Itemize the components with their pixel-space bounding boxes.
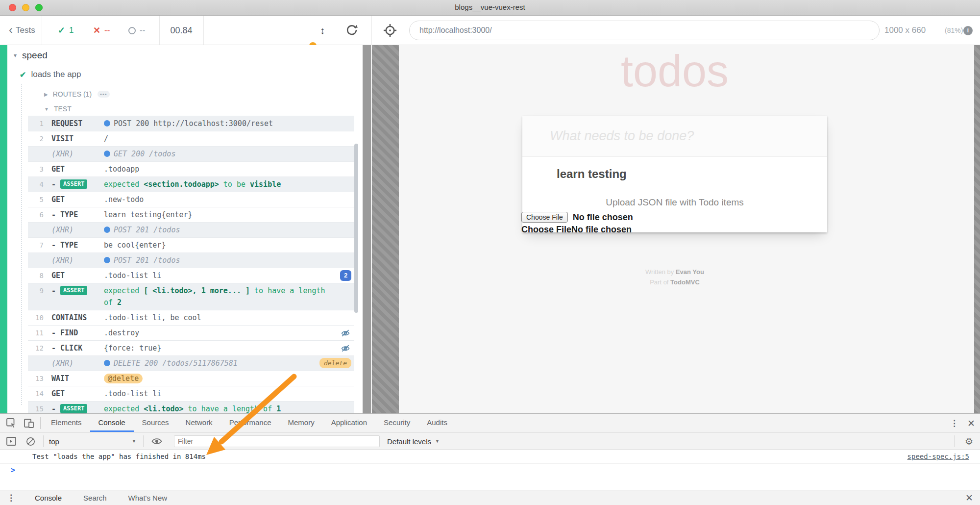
default-levels-select[interactable]: Default levels ▼ bbox=[387, 432, 440, 450]
choose-file-button[interactable]: Choose File bbox=[521, 212, 568, 223]
drawer-tab-what-s-new[interactable]: What's New bbox=[118, 494, 178, 502]
test-passed-check-icon: ✔ bbox=[20, 70, 26, 79]
tests-back-button[interactable]: ‹ Tests bbox=[9, 16, 35, 45]
command-row[interactable]: 12- CLICK{force: true} bbox=[28, 340, 354, 355]
info-icon[interactable]: i bbox=[963, 26, 973, 35]
command-message: .todo-list li bbox=[104, 270, 354, 281]
command-name: GET bbox=[51, 270, 104, 281]
clear-console-button[interactable] bbox=[25, 432, 36, 450]
devtools-tab-elements[interactable]: Elements bbox=[43, 414, 90, 432]
command-row[interactable]: (XHR)GET 200 /todos bbox=[28, 146, 354, 161]
reporter-scrollbar[interactable] bbox=[354, 144, 358, 313]
url-bar bbox=[409, 21, 880, 40]
devtools-tab-security[interactable]: Security bbox=[375, 414, 418, 432]
command-number: 9 bbox=[28, 285, 44, 297]
test-body-section[interactable]: ▼ TEST bbox=[44, 105, 72, 113]
command-message: expected <li.todo> to have a length of 1 bbox=[104, 403, 354, 413]
url-input[interactable] bbox=[410, 21, 879, 40]
console-filter-input[interactable] bbox=[174, 435, 380, 447]
command-row[interactable]: 6- TYPElearn testing{enter} bbox=[28, 207, 354, 222]
suite-header[interactable]: ▾ speed bbox=[14, 50, 48, 61]
aut-gutter bbox=[363, 45, 371, 413]
command-row[interactable]: 8GET.todo-list li2 bbox=[28, 268, 354, 283]
context-select[interactable]: top ▼ bbox=[49, 432, 136, 450]
settings-gear-icon[interactable]: ⚙ bbox=[965, 432, 973, 450]
refresh-button[interactable] bbox=[345, 16, 359, 45]
passed-count: 1 bbox=[69, 25, 74, 35]
devtools-tab-performance[interactable]: Performance bbox=[221, 414, 280, 432]
selector-playground-button[interactable] bbox=[382, 16, 398, 45]
drawer-tab-search[interactable]: Search bbox=[73, 494, 118, 502]
refresh-icon bbox=[345, 24, 359, 37]
macos-titlebar: blogs__vue-vuex-rest bbox=[0, 0, 980, 16]
command-name: GET bbox=[51, 388, 104, 400]
command-number: 4 bbox=[28, 178, 44, 190]
devtools-tab-network[interactable]: Network bbox=[177, 414, 221, 432]
command-row[interactable]: 4- ASSERTexpected <section.todoapp> to b… bbox=[28, 177, 354, 192]
devtools-close-icon[interactable]: ✕ bbox=[967, 418, 975, 429]
drawer-close-icon[interactable]: ✕ bbox=[965, 492, 973, 504]
devtools-tab-console[interactable]: Console bbox=[90, 414, 134, 432]
command-row[interactable]: (XHR)POST 201 /todos bbox=[28, 252, 354, 268]
xhr-status-dot-icon bbox=[104, 151, 110, 157]
command-row[interactable]: (XHR)DELETE 200 /todos/5117867581delete bbox=[28, 355, 354, 371]
command-row[interactable]: (XHR)POST 201 /todos bbox=[28, 222, 354, 237]
command-row[interactable]: 10CONTAINS.todo-list li, be cool bbox=[28, 310, 354, 325]
window-title: blogs__vue-vuex-rest bbox=[0, 0, 980, 16]
console-source-link[interactable]: speed-spec.js:5 bbox=[907, 453, 969, 460]
command-message: POST 200 http://localhost:3000/reset bbox=[104, 118, 354, 129]
command-message: DELETE 200 /todos/5117867581 bbox=[104, 357, 354, 369]
command-name: WAIT bbox=[51, 373, 104, 384]
devtools-menu-icon[interactable]: ⋮ bbox=[950, 418, 958, 429]
toolbar-separator bbox=[371, 16, 372, 45]
live-expression-button[interactable] bbox=[151, 432, 163, 450]
assert-badge: ASSERT bbox=[60, 286, 87, 295]
aut-gutter-line bbox=[371, 45, 372, 413]
devtools-tab-audits[interactable]: Audits bbox=[418, 414, 456, 432]
device-toolbar-icon[interactable] bbox=[24, 418, 34, 429]
devtools-tab-application[interactable]: Application bbox=[323, 414, 375, 432]
toolbar-separator bbox=[954, 435, 955, 447]
command-name: - FIND bbox=[51, 327, 104, 339]
command-row[interactable]: 13WAIT@delete bbox=[28, 371, 354, 386]
command-message: POST 201 /todos bbox=[104, 224, 354, 236]
devtools-tab-memory[interactable]: Memory bbox=[280, 414, 323, 432]
command-row[interactable]: 14GET.todo-list li bbox=[28, 386, 354, 401]
command-number: 7 bbox=[28, 239, 44, 251]
command-row[interactable]: 7- TYPEbe cool{enter} bbox=[28, 237, 354, 252]
command-row[interactable]: 15- ASSERTexpected <li.todo> to have a l… bbox=[28, 401, 354, 413]
routes-options-dots-icon[interactable]: ••• bbox=[98, 91, 110, 98]
devtools-tab-sources[interactable]: Sources bbox=[134, 414, 177, 432]
command-row[interactable]: 5GET.new-todo bbox=[28, 192, 354, 207]
test-header[interactable]: ✔ loads the app bbox=[20, 70, 81, 79]
routes-section[interactable]: ▶ ROUTES (1) ••• bbox=[44, 90, 110, 98]
todo-item[interactable]: learn testing bbox=[522, 157, 827, 191]
assert-badge: ASSERT bbox=[60, 404, 87, 413]
command-message: expected [ <li.todo>, 1 more... ] to hav… bbox=[104, 285, 354, 308]
inspect-element-icon[interactable] bbox=[6, 418, 17, 429]
footer-author-link[interactable]: Evan You bbox=[676, 268, 704, 276]
console-message-row: Test "loads the app" has finished in 814… bbox=[0, 450, 980, 464]
command-number: 8 bbox=[28, 270, 44, 281]
command-row[interactable]: 1REQUESTPOST 200 http://localhost:3000/r… bbox=[28, 116, 354, 131]
footer-todomvc-link[interactable]: TodoMVC bbox=[670, 278, 700, 286]
console-sidebar-button[interactable] bbox=[6, 432, 17, 450]
drawer-menu-icon[interactable]: ⋮ bbox=[7, 493, 15, 503]
command-row[interactable]: 11- FIND.destroy bbox=[28, 325, 354, 340]
command-row[interactable]: 3GET.todoapp bbox=[28, 161, 354, 177]
new-todo-input[interactable]: What needs to be done? bbox=[522, 116, 827, 157]
eye-slash-icon bbox=[341, 328, 350, 341]
command-log-panel: ▾ speed ✔ loads the app ▶ ROUTES (1) •••… bbox=[0, 45, 363, 413]
caret-down-icon: ▼ bbox=[44, 106, 49, 112]
command-row[interactable]: 2VISIT/ bbox=[28, 131, 354, 146]
console-prompt-chevron[interactable]: > bbox=[11, 466, 15, 475]
caret-down-icon: ▼ bbox=[132, 439, 136, 444]
cypress-toolbar: ‹ Tests ✓ 1 ✕ -- -- 00.84 ↕ bbox=[0, 16, 980, 45]
command-row[interactable]: 9- ASSERTexpected [ <li.todo>, 1 more...… bbox=[28, 283, 354, 310]
command-message: @delete bbox=[104, 373, 354, 384]
suite-title: speed bbox=[22, 50, 48, 61]
aut-region: todos What needs to be done? learn testi… bbox=[363, 45, 980, 413]
command-number: 5 bbox=[28, 194, 44, 205]
drawer-tab-console[interactable]: Console bbox=[24, 494, 73, 502]
plain-file-input[interactable]: Choose FileNo file chosen bbox=[521, 225, 827, 235]
